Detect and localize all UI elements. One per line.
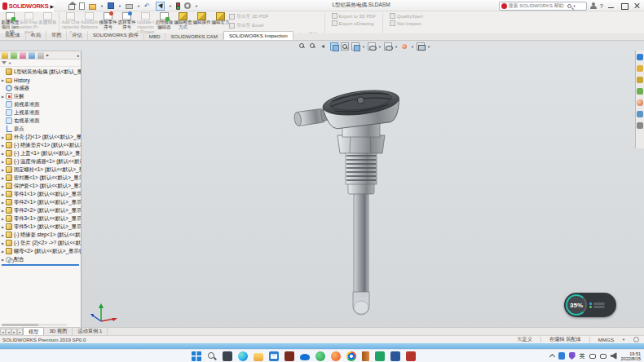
thermocouple-model[interactable] — [285, 78, 440, 323]
tree-item-root[interactable]: L型铠装热电偶 (默认<默认_显示状态-1 — [0, 68, 81, 76]
browser-green-icon[interactable] — [315, 351, 325, 361]
zoom-fit-icon[interactable] — [298, 42, 307, 51]
tab-scroll-prev-icon[interactable]: ◄ — [6, 329, 11, 335]
tree-item-part[interactable]: ▶(-) 温度传感器<1> (默认<<默认>_ — [0, 157, 81, 166]
tree-item-annotations[interactable]: ▶注解 — [0, 92, 81, 100]
search-icon[interactable] — [567, 4, 571, 8]
tree-item-mates[interactable]: ▶配合 — [0, 255, 81, 263]
edit-inspection-method-button[interactable]: 编辑检查方式 — [174, 11, 192, 30]
display-style-icon[interactable] — [368, 42, 376, 51]
dimxpert-manager-tab-icon[interactable] — [29, 52, 35, 59]
search-caret-icon[interactable]: ▼ — [573, 4, 576, 8]
undo-icon[interactable]: ↶ — [144, 2, 152, 10]
tab-inspection[interactable]: SOLIDWORKS Inspection — [223, 31, 293, 40]
tree-item-part[interactable]: ▶(-) 绝缘套.step<1> (默认<<默认 — [0, 231, 81, 239]
select-icon[interactable] — [156, 2, 165, 11]
tree-item-part[interactable]: ▶零件5<1> (默认<<默认>_显示状 — [0, 223, 81, 231]
volume-icon[interactable] — [611, 352, 617, 360]
edit-macro-button[interactable]: 编辑宏方 — [211, 11, 230, 25]
tree-item-part[interactable]: ▶(-) 上盖<1> (默认<<默认>_显示状 — [0, 149, 81, 157]
keyboard-icon[interactable] — [589, 354, 596, 359]
tab-addins[interactable]: SOLIDWORKS 插件 — [88, 31, 144, 40]
launch-template-editor-button[interactable]: 启动模板编辑器 — [155, 11, 174, 30]
tree-item-part[interactable]: ▶保护套<1> (默认<<默认>_显示状 — [0, 182, 81, 190]
tree-item-part[interactable]: ▶外壳 (2)<1> (默认<<默认>_显示状 — [0, 133, 81, 141]
task-view-icon[interactable] — [223, 351, 232, 361]
edit-operation-button[interactable]: 编辑操作 — [192, 11, 211, 25]
section-view-icon[interactable] — [330, 42, 338, 51]
tree-item-part[interactable]: ▶(-) 垫片 (2)<2> ->? (默认<<默认 — [0, 239, 81, 247]
tab-scroll-first-icon[interactable]: ◄ — [0, 329, 6, 335]
select-balloons-button[interactable]: 选择零件序号 — [117, 11, 136, 30]
tree-item-part[interactable]: ▶零件3<1> (默认<<默认>_显示状 — [0, 214, 81, 223]
tree-item-part[interactable]: ▶零件2<2> (默认<<默认>_显示状 — [0, 206, 81, 214]
file-explorer-icon[interactable] — [254, 353, 263, 361]
tab-scroll-last-icon[interactable]: ► — [17, 329, 23, 335]
tree-item-top-plane[interactable]: 上视基准面 — [0, 108, 81, 117]
tree-item-part[interactable]: ▶螺母<2> (默认<<默认>_显示状态 — [0, 247, 81, 255]
tree-item-sensors[interactable]: 传感器 — [0, 84, 81, 92]
appearance-caret-icon[interactable]: ▼ — [411, 45, 414, 49]
options-caret-icon[interactable]: ▼ — [195, 4, 198, 8]
zoom-overlay-widget[interactable]: 35% — [564, 293, 616, 317]
tree-item-part[interactable]: ▶零件2<1> (默认<<默认>_显示状 — [0, 198, 81, 206]
display-icon[interactable] — [600, 354, 607, 359]
app-green-icon[interactable] — [375, 351, 385, 361]
logo-expand-icon[interactable]: ▶ — [50, 3, 54, 9]
filter-funnel-icon[interactable] — [2, 61, 7, 64]
onedrive-icon[interactable] — [300, 354, 310, 360]
close-button[interactable] — [633, 2, 642, 10]
tab-assembly[interactable]: 装配体 — [0, 31, 26, 40]
status-options-icon[interactable] — [633, 337, 639, 342]
tree-item-part[interactable]: ▶固定螺栓<1> (默认<<默认>_显示 — [0, 166, 81, 174]
hide-show-items-icon[interactable] — [384, 42, 392, 51]
view-orientation-caret-icon[interactable]: ▼ — [362, 45, 365, 49]
hide-show-caret-icon[interactable]: ▼ — [395, 45, 398, 49]
view-palette-icon[interactable] — [637, 88, 643, 95]
units-label[interactable]: MMGS — [598, 337, 614, 342]
print-caret-icon[interactable]: ▼ — [137, 4, 140, 8]
performance-icon[interactable] — [176, 2, 180, 10]
app-darkred-icon[interactable] — [285, 351, 294, 361]
filter-caret-icon[interactable]: ▼ — [8, 61, 11, 65]
custom-properties-icon[interactable] — [637, 111, 643, 117]
login-user-icon[interactable] — [590, 2, 597, 9]
view-settings-caret-icon[interactable]: ▼ — [427, 45, 430, 49]
design-library-icon[interactable] — [637, 65, 643, 72]
feature-tree-tab-icon[interactable] — [2, 52, 8, 59]
tray-chevron-up-icon[interactable] — [549, 354, 554, 360]
app-red-icon[interactable] — [406, 351, 416, 361]
edit-appearance-icon[interactable] — [400, 42, 408, 51]
tab-mbd[interactable]: MBD — [144, 33, 166, 40]
chrome-icon[interactable] — [346, 351, 356, 361]
tree-item-right-plane[interactable]: 右视基准面 — [0, 117, 81, 125]
property-manager-tab-icon[interactable] — [11, 52, 17, 59]
view-settings-icon[interactable] — [417, 42, 425, 51]
tray-blue-icon[interactable] — [558, 352, 565, 360]
select-caret-icon[interactable]: ▼ — [169, 4, 172, 8]
tab-scroll-next-icon[interactable]: ► — [11, 329, 17, 335]
view-orientation-icon[interactable] — [351, 42, 359, 51]
previous-view-icon[interactable] — [320, 42, 328, 51]
tree-item-part[interactable]: ▶零件1<1> (默认<<默认>_显示状态 — [0, 190, 81, 198]
tree-item-origin[interactable]: 原点 — [0, 125, 81, 133]
panel-pin-icon[interactable]: ● — [77, 53, 79, 58]
tree-item-front-plane[interactable]: 前视基准面 — [0, 100, 81, 108]
print-icon[interactable] — [126, 4, 133, 9]
open-icon[interactable] — [89, 4, 96, 10]
display-manager-tab-icon[interactable] — [37, 52, 44, 59]
configuration-manager-tab-icon[interactable] — [20, 52, 26, 59]
units-caret-icon[interactable]: ▼ — [622, 338, 625, 342]
remove-balloons-button[interactable]: 移除零件序号 — [99, 11, 117, 30]
search-input[interactable] — [509, 3, 566, 8]
new-document-icon[interactable] — [79, 2, 85, 10]
word-icon[interactable] — [390, 351, 400, 361]
tab-evaluate[interactable]: 评估 — [67, 31, 87, 40]
tab-layout[interactable]: 布局 — [26, 31, 46, 40]
tab-cam[interactable]: SOLIDWORKS CAM — [165, 33, 223, 40]
tree-item-history[interactable]: ▶History — [0, 76, 81, 84]
minimize-button[interactable] — [607, 2, 616, 10]
dynamic-annotation-icon[interactable] — [341, 42, 349, 51]
help-search-box[interactable]: ▼ — [499, 2, 587, 11]
home-icon[interactable] — [68, 5, 75, 10]
